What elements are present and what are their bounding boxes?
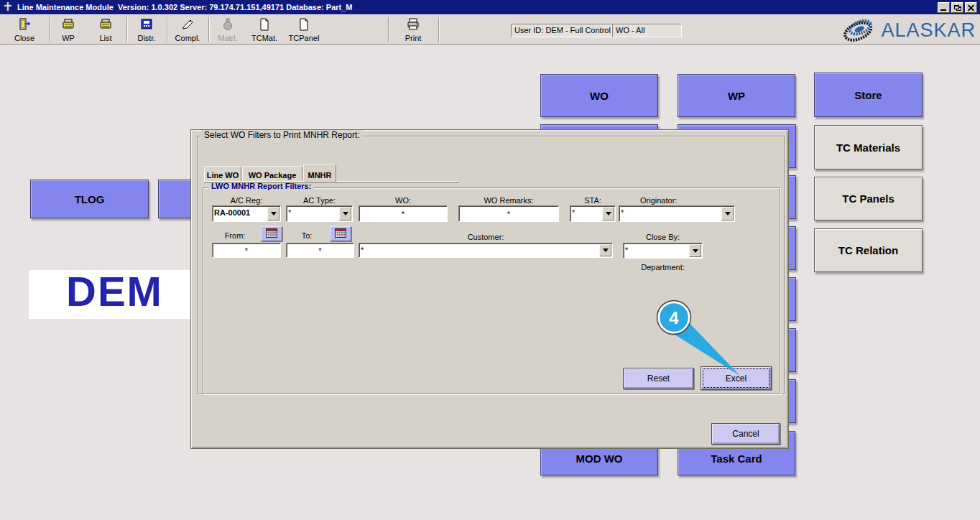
tc-materials-button[interactable]: TC Materials	[814, 125, 923, 170]
toolbar-tcpanel-button[interactable]: TCPanel	[283, 16, 325, 43]
window-title: Line Maintenance Module Version: 1.0.302…	[17, 3, 353, 11]
toolbar: Close WP List Distr. Compl. Matrl. TCMat…	[0, 14, 980, 45]
ac-reg-combobox[interactable]: RA-00001	[212, 205, 281, 222]
hand-sign-icon	[180, 17, 195, 33]
dialog-title: Select WO Filters to Print MNHR Report:	[201, 130, 363, 140]
title-bar: Line Maintenance Module Version: 1.0.302…	[0, 0, 980, 14]
distribution-disk-icon	[139, 17, 154, 33]
originator-combobox[interactable]: *	[619, 205, 735, 222]
tc-panels-button[interactable]: TC Panels	[814, 177, 923, 220]
chevron-down-icon[interactable]	[689, 244, 701, 257]
toolbar-compl-button[interactable]: Compl.	[168, 16, 207, 43]
customer-combobox[interactable]: *	[359, 243, 613, 258]
logo-text: ALASKAR	[881, 19, 976, 42]
wo-mode-box: WO - All	[612, 24, 682, 37]
flask-icon	[221, 17, 235, 33]
alaskar-logo: ALASKAR	[841, 15, 976, 45]
toolbar-list-button[interactable]: List	[87, 16, 124, 43]
customer-label: Customer:	[359, 233, 613, 241]
calendar-icon	[266, 228, 277, 240]
tab-wo-package[interactable]: WO Package	[242, 166, 302, 181]
toolbar-wp-button[interactable]: WP	[50, 16, 87, 43]
printer-yellow-icon	[61, 17, 75, 33]
toolbar-close-button[interactable]: Close	[3, 16, 46, 43]
toolbar-separator	[388, 17, 389, 42]
document-icon	[257, 17, 272, 33]
exit-door-icon	[17, 17, 32, 33]
to-input[interactable]	[286, 243, 354, 258]
wo-button[interactable]: WO	[540, 74, 658, 117]
app-cross-icon	[3, 1, 13, 13]
chevron-down-icon[interactable]	[602, 207, 614, 220]
ac-type-label: AC Type:	[286, 196, 353, 205]
store-button[interactable]: Store	[814, 73, 923, 117]
wp-button[interactable]: WP	[678, 74, 795, 117]
tab-line-wo[interactable]: Line WO	[204, 166, 241, 181]
chevron-down-icon[interactable]	[339, 207, 351, 220]
toolbar-print-button[interactable]: Print	[394, 16, 433, 43]
sta-combobox[interactable]: *	[570, 205, 616, 222]
toolbar-distr-button[interactable]: Distr.	[128, 16, 165, 43]
from-label: From:	[212, 231, 258, 240]
wo-input[interactable]	[359, 205, 448, 222]
cancel-button[interactable]: Cancel	[711, 423, 780, 445]
ac-type-combobox[interactable]: *	[286, 205, 353, 222]
wo-label: WO:	[359, 196, 448, 205]
close-by-label: Close By:	[623, 233, 703, 241]
tlog-button[interactable]: TLOG	[30, 180, 149, 218]
wo-remarks-label: WO Remarks:	[458, 196, 559, 205]
ac-reg-label: A/C Reg:	[212, 196, 281, 205]
toolbar-matrl-button[interactable]: Matrl.	[210, 16, 246, 43]
from-calendar-button[interactable]	[261, 226, 282, 241]
close-by-combobox[interactable]: *	[623, 243, 703, 259]
chevron-down-icon[interactable]	[721, 207, 734, 220]
from-input[interactable]	[212, 243, 281, 258]
mnhr-report-dialog: Select WO Filters to Print MNHR Report: …	[190, 129, 789, 449]
tc-relation-button[interactable]: TC Relation	[814, 228, 923, 272]
chevron-down-icon[interactable]	[267, 207, 279, 220]
chevron-down-icon[interactable]	[599, 244, 611, 256]
toolbar-tcmat-button[interactable]: TCMat.	[246, 16, 283, 43]
restore-icon[interactable]	[951, 2, 963, 13]
department-label: Department:	[623, 263, 703, 271]
demo-text: DEM	[66, 270, 163, 315]
tab-mnhr[interactable]: MNHR	[303, 164, 336, 182]
to-calendar-button[interactable]	[330, 226, 351, 241]
wo-remarks-input[interactable]	[458, 205, 559, 222]
printer-yellow-icon	[98, 17, 113, 33]
printer-icon	[406, 17, 420, 33]
alaskar-swoosh-icon	[841, 15, 881, 45]
reset-button[interactable]: Reset	[623, 368, 694, 389]
sta-label: STA:	[570, 196, 616, 205]
originator-label: Originator:	[619, 196, 735, 205]
toolbar-separator	[438, 17, 440, 42]
minimize-icon[interactable]	[938, 2, 950, 13]
excel-button[interactable]: Excel	[701, 366, 772, 390]
document-icon	[297, 17, 311, 33]
user-id-box: User ID: DEM - Full Control	[511, 24, 612, 37]
close-icon[interactable]	[965, 2, 977, 13]
calendar-icon	[335, 228, 346, 240]
demo-watermark: DEM	[29, 270, 191, 319]
to-label: To:	[286, 231, 328, 240]
app-window: Line Maintenance Module Version: 1.0.302…	[0, 0, 980, 520]
